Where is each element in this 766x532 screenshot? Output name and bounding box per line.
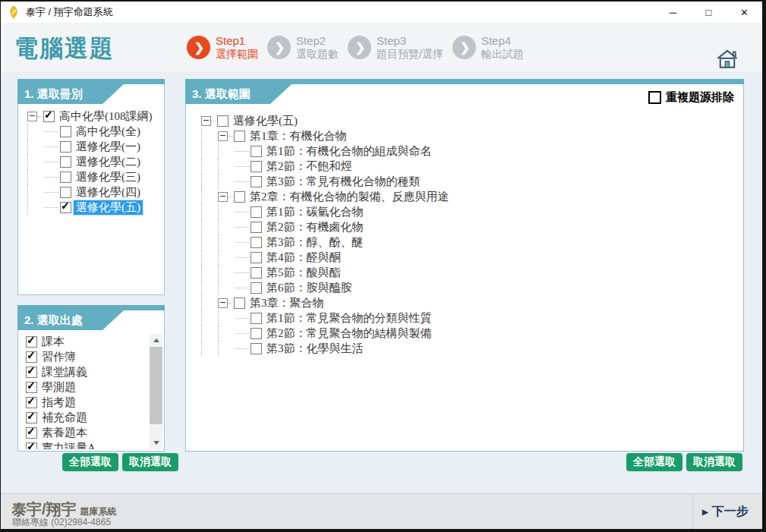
tree-item-label[interactable]: 選修化學(三) bbox=[74, 170, 143, 184]
checkbox[interactable] bbox=[26, 442, 37, 450]
list-item-label[interactable]: 實力評量A bbox=[39, 441, 98, 450]
checkbox[interactable] bbox=[26, 336, 37, 348]
tree-item-label[interactable]: 第2節：有機鹵化物 bbox=[264, 220, 366, 235]
list-item-label[interactable]: 補充命題 bbox=[39, 411, 90, 425]
tree-item-label[interactable]: 第3章：聚合物 bbox=[247, 296, 326, 310]
tree-item-label[interactable]: 選修化學(一) bbox=[74, 140, 143, 154]
checkbox[interactable] bbox=[60, 141, 71, 153]
tree-item-label[interactable]: 第6節：胺與醯胺 bbox=[264, 281, 355, 295]
tree-item-label[interactable]: 第5節：酸與酯 bbox=[264, 266, 343, 280]
tree-guide bbox=[201, 341, 218, 356]
checkbox[interactable] bbox=[234, 131, 245, 142]
checkbox[interactable] bbox=[217, 115, 229, 127]
tree-item-label[interactable]: 選修化學(二) bbox=[74, 155, 143, 169]
scroll-down-icon[interactable] bbox=[150, 436, 162, 449]
tree-item-label[interactable]: 選修化學(四) bbox=[74, 185, 143, 200]
step-4[interactable]: ❯Step4輸出試題 bbox=[452, 34, 524, 60]
checkbox[interactable] bbox=[251, 206, 262, 218]
panel2-deselect-all-button[interactable]: 取消選取 bbox=[122, 453, 178, 471]
close-button[interactable]: ✕ bbox=[727, 2, 762, 23]
tree-item-label[interactable]: 第1章：有機化合物 bbox=[247, 129, 349, 143]
checkbox[interactable] bbox=[26, 351, 37, 363]
checkbox[interactable] bbox=[234, 297, 245, 309]
maximize-button[interactable]: □ bbox=[691, 2, 727, 23]
tree-item-label[interactable]: 第1節：常見聚合物的分類與性質 bbox=[264, 311, 434, 326]
checkbox[interactable] bbox=[251, 161, 262, 172]
exclude-duplicate-checkbox[interactable] bbox=[648, 91, 661, 104]
scroll-up-icon[interactable] bbox=[150, 334, 162, 347]
expand-toggle-icon[interactable] bbox=[27, 112, 37, 121]
checkbox[interactable] bbox=[251, 237, 262, 248]
tree-item-label[interactable]: 第3節：醇、酚、醚 bbox=[264, 235, 366, 250]
list-item-label[interactable]: 素養題本 bbox=[39, 426, 90, 440]
exclude-duplicate-option[interactable]: 重複題源排除 bbox=[648, 90, 734, 105]
checkbox[interactable] bbox=[234, 191, 245, 203]
tree-item-label[interactable]: 選修化學(五) bbox=[74, 200, 143, 215]
tree-item-label[interactable]: 高中化學(全) bbox=[74, 124, 143, 139]
panel3-deselect-all-button[interactable]: 取消選取 bbox=[686, 453, 742, 471]
expand-toggle-icon[interactable] bbox=[201, 116, 211, 126]
list-item-label[interactable]: 學測題 bbox=[39, 380, 78, 395]
checkbox[interactable] bbox=[26, 427, 37, 439]
tree-dash bbox=[44, 131, 58, 132]
expand-toggle-icon[interactable] bbox=[218, 298, 228, 308]
next-step-label: 下一步 bbox=[712, 504, 749, 520]
tree-item-label[interactable]: 第3節：常見有機化合物的種類 bbox=[264, 175, 423, 189]
checkbox[interactable] bbox=[60, 126, 71, 137]
tree-guide bbox=[218, 219, 235, 235]
tree-item-label[interactable]: 第2節：常見聚合物的結構與製備 bbox=[264, 326, 434, 341]
tree-item-label[interactable]: 第4節：醛與酮 bbox=[264, 250, 343, 265]
tree-item-label[interactable]: 高中化學(108課綱) bbox=[57, 109, 155, 124]
list-item-label[interactable]: 課堂講義 bbox=[39, 365, 90, 379]
checkbox[interactable] bbox=[251, 267, 262, 279]
checkbox[interactable] bbox=[60, 202, 71, 213]
tree-dash bbox=[228, 136, 232, 137]
tree-guide bbox=[201, 159, 218, 174]
tree-item-label[interactable]: 第1節：碳氫化合物 bbox=[264, 205, 366, 219]
tree-item-label[interactable]: 選修化學(五) bbox=[231, 114, 300, 128]
checkbox[interactable] bbox=[60, 156, 71, 168]
panel3-select-all-button[interactable]: 全部選取 bbox=[626, 453, 682, 471]
tree-item-label[interactable]: 第2章：有機化合物的製備、反應與用途 bbox=[247, 190, 452, 204]
checkbox[interactable] bbox=[26, 412, 37, 423]
checkbox[interactable] bbox=[60, 172, 71, 183]
tree-item: 第2章：有機化合物的製備、反應與用途 bbox=[194, 189, 742, 204]
list-item-label[interactable]: 課本 bbox=[39, 335, 67, 349]
app-window: 泰宇 / 翔宇命題系統 ─ □ ✕ 電腦選題 ❯Step1選擇範圍❯Step2選… bbox=[1, 2, 762, 529]
checkbox[interactable] bbox=[26, 382, 37, 393]
step-2-chevron-icon: ❯ bbox=[267, 36, 291, 59]
checkbox[interactable] bbox=[60, 187, 71, 198]
checkbox[interactable] bbox=[251, 252, 262, 263]
next-step-button[interactable]: ▶ 下一步 bbox=[692, 494, 762, 529]
checkbox[interactable] bbox=[251, 343, 262, 354]
expand-toggle-icon[interactable] bbox=[218, 131, 228, 141]
expand-toggle-icon[interactable] bbox=[218, 192, 228, 202]
step-label: Step2 bbox=[296, 34, 339, 48]
minimize-button[interactable]: ─ bbox=[655, 2, 691, 23]
checkbox[interactable] bbox=[251, 176, 262, 187]
panel2-select-all-button[interactable]: 全部選取 bbox=[62, 453, 118, 471]
checkbox[interactable] bbox=[43, 111, 55, 122]
step-1[interactable]: ❯Step1選擇範圍 bbox=[187, 34, 258, 60]
checkbox[interactable] bbox=[251, 146, 262, 157]
checkbox[interactable] bbox=[251, 313, 262, 324]
source-list-scrollbar[interactable] bbox=[150, 334, 162, 449]
checkbox[interactable] bbox=[251, 328, 262, 339]
tree-item: 第2節：不飽和烴 bbox=[194, 159, 742, 174]
tree-item-label[interactable]: 第3節：化學與生活 bbox=[264, 342, 366, 356]
checkbox[interactable] bbox=[26, 367, 37, 378]
tree-dash bbox=[235, 318, 249, 319]
step-2[interactable]: ❯Step2選取題數 bbox=[267, 34, 339, 60]
checkbox[interactable] bbox=[26, 397, 37, 408]
checkbox[interactable] bbox=[251, 222, 262, 233]
list-item-label[interactable]: 指考題 bbox=[39, 395, 78, 410]
scrollbar-thumb[interactable] bbox=[150, 347, 162, 424]
tree-item-label[interactable]: 第1節：有機化合物的組成與命名 bbox=[264, 144, 434, 159]
tree-dash bbox=[228, 303, 232, 304]
tree-dash bbox=[235, 333, 249, 334]
step-3[interactable]: ❯Step3題目預覽/選擇 bbox=[348, 34, 443, 60]
checkbox[interactable] bbox=[251, 282, 262, 294]
list-item-label[interactable]: 習作簿 bbox=[39, 350, 78, 364]
tree-item-label[interactable]: 第2節：不飽和烴 bbox=[264, 159, 355, 174]
panel1-title: 1. 選取冊別 bbox=[17, 79, 165, 104]
